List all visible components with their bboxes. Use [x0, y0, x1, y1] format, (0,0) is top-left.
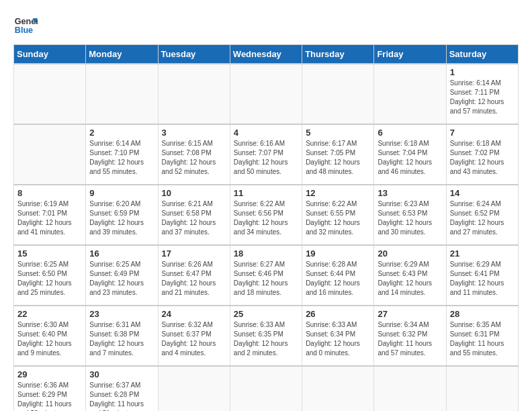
day-number: 11	[234, 188, 298, 198]
day-cell-12: 12 Sunrise: 6:22 AM Sunset: 6:55 PM Dayl…	[302, 185, 374, 245]
day-info: Sunrise: 6:30 AM Sunset: 6:40 PM Dayligh…	[17, 320, 82, 358]
day-number: 13	[378, 188, 442, 198]
day-number: 29	[17, 369, 82, 379]
day-info: Sunrise: 6:18 AM Sunset: 7:04 PM Dayligh…	[378, 139, 442, 177]
empty-cell	[302, 64, 374, 124]
day-number: 22	[17, 309, 82, 319]
day-cell-17: 17 Sunrise: 6:26 AM Sunset: 6:47 PM Dayl…	[158, 245, 230, 306]
day-cell-10: 10 Sunrise: 6:21 AM Sunset: 6:58 PM Dayl…	[158, 185, 230, 245]
day-cell-4: 4 Sunrise: 6:16 AM Sunset: 7:07 PM Dayli…	[230, 124, 302, 185]
day-cell-5: 5 Sunrise: 6:17 AM Sunset: 7:05 PM Dayli…	[302, 124, 374, 185]
day-number: 8	[17, 188, 82, 198]
day-number: 12	[306, 188, 370, 198]
day-cell-6: 6 Sunrise: 6:18 AM Sunset: 7:04 PM Dayli…	[374, 124, 446, 185]
empty-cell	[86, 64, 158, 124]
day-header-monday: Monday	[86, 45, 158, 64]
day-info: Sunrise: 6:23 AM Sunset: 6:53 PM Dayligh…	[378, 199, 442, 237]
day-cell-13: 13 Sunrise: 6:23 AM Sunset: 6:53 PM Dayl…	[374, 185, 446, 245]
day-info: Sunrise: 6:37 AM Sunset: 6:28 PM Dayligh…	[89, 381, 154, 411]
day-cell-22: 22 Sunrise: 6:30 AM Sunset: 6:40 PM Dayl…	[14, 306, 86, 366]
day-cell-25: 25 Sunrise: 6:33 AM Sunset: 6:35 PM Dayl…	[230, 306, 302, 366]
day-number: 30	[89, 369, 154, 379]
day-cell-14: 14 Sunrise: 6:24 AM Sunset: 6:52 PM Dayl…	[446, 185, 518, 245]
week-row-5: 29 Sunrise: 6:36 AM Sunset: 6:29 PM Dayl…	[14, 366, 519, 411]
day-info: Sunrise: 6:26 AM Sunset: 6:47 PM Dayligh…	[162, 260, 226, 298]
day-header-tuesday: Tuesday	[158, 45, 230, 64]
day-header-thursday: Thursday	[302, 45, 374, 64]
day-cell-26: 26 Sunrise: 6:33 AM Sunset: 6:34 PM Dayl…	[302, 306, 374, 366]
day-cell-21: 21 Sunrise: 6:29 AM Sunset: 6:41 PM Dayl…	[446, 245, 518, 306]
day-info: Sunrise: 6:14 AM Sunset: 7:11 PM Dayligh…	[450, 79, 515, 116]
day-info: Sunrise: 6:16 AM Sunset: 7:07 PM Dayligh…	[234, 139, 298, 177]
day-cell-2: 2 Sunrise: 6:14 AM Sunset: 7:10 PM Dayli…	[86, 124, 158, 185]
empty-cell	[302, 366, 374, 411]
week-row-2: 8 Sunrise: 6:19 AM Sunset: 7:01 PM Dayli…	[14, 185, 519, 245]
day-cell-23: 23 Sunrise: 6:31 AM Sunset: 6:38 PM Dayl…	[86, 306, 158, 366]
empty-cell	[158, 366, 230, 411]
day-info: Sunrise: 6:25 AM Sunset: 6:49 PM Dayligh…	[89, 260, 154, 298]
day-header-saturday: Saturday	[446, 45, 518, 64]
day-info: Sunrise: 6:29 AM Sunset: 6:41 PM Dayligh…	[450, 260, 515, 298]
day-number: 18	[234, 248, 298, 259]
day-info: Sunrise: 6:19 AM Sunset: 7:01 PM Dayligh…	[17, 199, 82, 237]
page-header: General Blue	[13, 13, 519, 38]
day-number: 21	[450, 248, 515, 259]
day-cell-29: 29 Sunrise: 6:36 AM Sunset: 6:29 PM Dayl…	[14, 366, 86, 411]
day-number: 1	[450, 67, 515, 77]
day-info: Sunrise: 6:14 AM Sunset: 7:10 PM Dayligh…	[89, 139, 154, 177]
empty-cell	[14, 124, 86, 185]
day-info: Sunrise: 6:35 AM Sunset: 6:31 PM Dayligh…	[450, 320, 515, 358]
day-number: 14	[450, 188, 515, 198]
day-info: Sunrise: 6:18 AM Sunset: 7:02 PM Dayligh…	[450, 139, 515, 177]
day-number: 23	[89, 309, 154, 319]
day-info: Sunrise: 6:22 AM Sunset: 6:55 PM Dayligh…	[306, 199, 370, 237]
day-info: Sunrise: 6:15 AM Sunset: 7:08 PM Dayligh…	[162, 139, 226, 177]
day-number: 27	[378, 309, 442, 319]
day-info: Sunrise: 6:28 AM Sunset: 6:44 PM Dayligh…	[306, 260, 370, 298]
day-number: 26	[306, 309, 370, 319]
day-info: Sunrise: 6:21 AM Sunset: 6:58 PM Dayligh…	[162, 199, 226, 237]
day-info: Sunrise: 6:20 AM Sunset: 6:59 PM Dayligh…	[89, 199, 154, 237]
day-cell-27: 27 Sunrise: 6:34 AM Sunset: 6:32 PM Dayl…	[374, 306, 446, 366]
empty-cell	[230, 64, 302, 124]
empty-cell	[374, 366, 446, 411]
day-number: 15	[17, 248, 82, 259]
day-number: 6	[378, 128, 442, 138]
day-cell-30: 30 Sunrise: 6:37 AM Sunset: 6:28 PM Dayl…	[86, 366, 158, 411]
empty-cell	[158, 64, 230, 124]
day-cell-11: 11 Sunrise: 6:22 AM Sunset: 6:56 PM Dayl…	[230, 185, 302, 245]
day-number: 25	[234, 309, 298, 319]
day-number: 3	[162, 128, 226, 138]
day-info: Sunrise: 6:25 AM Sunset: 6:50 PM Dayligh…	[17, 260, 82, 298]
day-cell-16: 16 Sunrise: 6:25 AM Sunset: 6:49 PM Dayl…	[86, 245, 158, 306]
day-number: 28	[450, 309, 515, 319]
day-cell-9: 9 Sunrise: 6:20 AM Sunset: 6:59 PM Dayli…	[86, 185, 158, 245]
day-info: Sunrise: 6:31 AM Sunset: 6:38 PM Dayligh…	[89, 320, 154, 358]
day-cell-1: 1 Sunrise: 6:14 AM Sunset: 7:11 PM Dayli…	[446, 64, 518, 124]
day-number: 9	[89, 188, 154, 198]
day-number: 24	[162, 309, 226, 319]
day-info: Sunrise: 6:34 AM Sunset: 6:32 PM Dayligh…	[378, 320, 442, 358]
day-info: Sunrise: 6:32 AM Sunset: 6:37 PM Dayligh…	[162, 320, 226, 358]
day-number: 17	[162, 248, 226, 259]
day-info: Sunrise: 6:17 AM Sunset: 7:05 PM Dayligh…	[306, 139, 370, 177]
calendar: SundayMondayTuesdayWednesdayThursdayFrid…	[13, 44, 519, 411]
day-number: 2	[89, 128, 154, 138]
day-header-wednesday: Wednesday	[230, 45, 302, 64]
empty-cell	[14, 64, 86, 124]
day-number: 5	[306, 128, 370, 138]
day-info: Sunrise: 6:24 AM Sunset: 6:52 PM Dayligh…	[450, 199, 515, 237]
week-row-4: 22 Sunrise: 6:30 AM Sunset: 6:40 PM Dayl…	[14, 306, 519, 366]
empty-cell	[446, 366, 518, 411]
svg-text:Blue: Blue	[15, 26, 33, 35]
day-cell-18: 18 Sunrise: 6:27 AM Sunset: 6:46 PM Dayl…	[230, 245, 302, 306]
day-info: Sunrise: 6:36 AM Sunset: 6:29 PM Dayligh…	[17, 381, 82, 411]
day-number: 7	[450, 128, 515, 138]
week-row-1: 2 Sunrise: 6:14 AM Sunset: 7:10 PM Dayli…	[14, 124, 519, 185]
day-number: 20	[378, 248, 442, 259]
week-row-0: 1 Sunrise: 6:14 AM Sunset: 7:11 PM Dayli…	[14, 64, 519, 124]
day-cell-20: 20 Sunrise: 6:29 AM Sunset: 6:43 PM Dayl…	[374, 245, 446, 306]
day-header-sunday: Sunday	[14, 45, 86, 64]
day-header-friday: Friday	[374, 45, 446, 64]
day-number: 4	[234, 128, 298, 138]
